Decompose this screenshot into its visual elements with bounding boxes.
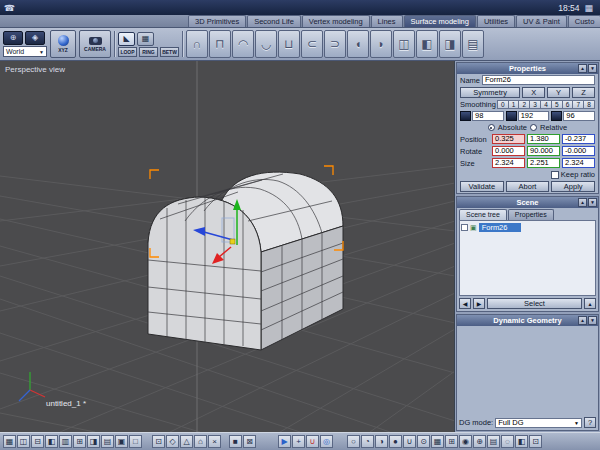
viewport-tool-button[interactable]: ⊙: [417, 435, 430, 448]
apply-button[interactable]: Apply: [551, 181, 595, 192]
expand-icon[interactable]: ▾: [588, 64, 597, 73]
viewport-tool-button[interactable]: ●: [389, 435, 402, 448]
x-value-field[interactable]: 0.325: [492, 134, 525, 144]
y-value-field[interactable]: 2.251: [527, 158, 560, 168]
layout-grid-icon[interactable]: ▦: [584, 3, 593, 13]
viewport-tool-button[interactable]: ▤: [487, 435, 500, 448]
dynamic-geometry-panel-title[interactable]: Dynamic Geometry ▴ ▾: [457, 315, 598, 326]
help-button[interactable]: ?: [584, 417, 596, 428]
snap-tool-button[interactable]: ◎: [320, 435, 333, 448]
viewport-layout-button[interactable]: ◨: [87, 435, 100, 448]
scene-panel-title[interactable]: Scene ▴ ▾: [457, 197, 598, 208]
selection-mode-button[interactable]: ▦: [137, 32, 154, 46]
collapse-icon[interactable]: ▴: [578, 64, 587, 73]
xyz-manipulator-button[interactable]: XYZ: [50, 30, 76, 58]
tab[interactable]: Lines: [371, 15, 403, 27]
expand-icon[interactable]: ▾: [588, 316, 597, 325]
tab[interactable]: Utilities: [477, 15, 515, 27]
symmetry-button[interactable]: Symmetry: [460, 87, 520, 98]
viewport-layout-button[interactable]: □: [129, 435, 142, 448]
display-option-button[interactable]: ⊡: [152, 435, 165, 448]
viewport-layout-button[interactable]: ⊟: [31, 435, 44, 448]
surface-tool-button[interactable]: ▤: [462, 30, 484, 58]
center-handle[interactable]: [230, 239, 235, 244]
viewport-tool-button[interactable]: ⊡: [529, 435, 542, 448]
tab[interactable]: Vertex modeling: [302, 15, 370, 27]
viewport-tool-button[interactable]: ◉: [459, 435, 472, 448]
axis-button[interactable]: Z: [572, 87, 595, 98]
display-option-button[interactable]: ×: [208, 435, 221, 448]
viewport-tool-button[interactable]: ⊞: [445, 435, 458, 448]
extra-button[interactable]: ■: [229, 435, 242, 448]
surface-tool-button[interactable]: ⊓: [209, 30, 231, 58]
viewport-tool-button[interactable]: ◧: [515, 435, 528, 448]
viewport-tool-button[interactable]: ○: [347, 435, 360, 448]
prev-item-button[interactable]: ◀: [459, 298, 471, 309]
keep-ratio-checkbox[interactable]: [551, 171, 559, 179]
surface-tool-button[interactable]: ◨: [439, 30, 461, 58]
snap-tool-button[interactable]: +: [292, 435, 305, 448]
surface-tool-button[interactable]: ◠: [232, 30, 254, 58]
tab[interactable]: Second Life: [247, 15, 301, 27]
surface-tool-button[interactable]: ◗: [370, 30, 392, 58]
viewport-layout-button[interactable]: ◫: [17, 435, 30, 448]
display-option-button[interactable]: ◇: [166, 435, 179, 448]
viewport-layout-button[interactable]: ▤: [101, 435, 114, 448]
viewport-tool-button[interactable]: ◌: [501, 435, 514, 448]
tab[interactable]: 3D Primitives: [188, 15, 246, 27]
display-option-button[interactable]: ⌂: [194, 435, 207, 448]
surface-tool-button[interactable]: ⊃: [324, 30, 346, 58]
scene-tree-item[interactable]: ▣ Form26: [461, 222, 594, 233]
next-item-button[interactable]: ▶: [473, 298, 485, 309]
selection-mode-button[interactable]: ◣: [118, 32, 135, 46]
viewport-layout-button[interactable]: ▥: [59, 435, 72, 448]
viewport-layout-button[interactable]: ▣: [115, 435, 128, 448]
abort-button[interactable]: Abort: [506, 181, 550, 192]
tab[interactable]: UV & Paint: [516, 15, 567, 27]
x-value-field[interactable]: 2.324: [492, 158, 525, 168]
edge-selection-button[interactable]: BETW: [160, 47, 179, 57]
scene-tab[interactable]: Scene tree: [459, 209, 507, 220]
tool-button[interactable]: ⊕: [3, 31, 23, 45]
viewport-tool-button[interactable]: ◔: [361, 435, 374, 448]
viewport-tool-button[interactable]: ∪: [403, 435, 416, 448]
properties-panel-title[interactable]: Properties ▴ ▾: [457, 63, 598, 74]
validate-button[interactable]: Validate: [460, 181, 504, 192]
y-value-field[interactable]: 90.000: [527, 146, 560, 156]
surface-tool-button[interactable]: ⊂: [301, 30, 323, 58]
collapse-icon[interactable]: ▴: [578, 316, 587, 325]
x-value-field[interactable]: 0.000: [492, 146, 525, 156]
edge-selection-button[interactable]: RING: [139, 47, 158, 57]
viewport-layout-button[interactable]: ⊞: [73, 435, 86, 448]
edge-selection-button[interactable]: LOOP: [118, 47, 137, 57]
viewport-tool-button[interactable]: ▦: [431, 435, 444, 448]
snap-tool-button[interactable]: ∪: [306, 435, 319, 448]
snap-tool-button[interactable]: ▶: [278, 435, 291, 448]
z-value-field[interactable]: -0.237: [562, 134, 595, 144]
viewport-tool-button[interactable]: ◑: [375, 435, 388, 448]
viewport-layout-button[interactable]: ▦: [3, 435, 16, 448]
relative-radio[interactable]: [530, 124, 537, 131]
scene-tree[interactable]: ▣ Form26: [459, 220, 596, 296]
display-option-button[interactable]: △: [180, 435, 193, 448]
tool-button[interactable]: ◈: [25, 31, 45, 45]
expander-icon[interactable]: [461, 224, 468, 231]
perspective-viewport[interactable]: Perspective view untitled_1 *: [0, 61, 455, 432]
z-value-field[interactable]: -0.000: [562, 146, 595, 156]
surface-tool-button[interactable]: ◡: [255, 30, 277, 58]
viewport-tool-button[interactable]: ⊕: [473, 435, 486, 448]
expand-icon[interactable]: ▾: [588, 198, 597, 207]
y-value-field[interactable]: 1.380: [527, 134, 560, 144]
camera-button[interactable]: CAMERA: [79, 30, 111, 58]
world-dropdown[interactable]: World ▼: [3, 46, 47, 57]
extra-button[interactable]: ⊠: [243, 435, 256, 448]
surface-tool-button[interactable]: ∩: [186, 30, 208, 58]
viewport-canvas[interactable]: [0, 61, 455, 432]
absolute-radio[interactable]: [488, 124, 495, 131]
smoothing-level-button[interactable]: 8: [583, 100, 595, 109]
dg-mode-dropdown[interactable]: Full DG ▼: [495, 418, 582, 428]
collapse-icon[interactable]: ▴: [578, 198, 587, 207]
tab[interactable]: Surface modeling: [404, 15, 476, 27]
name-input[interactable]: Form26: [482, 75, 595, 85]
mesh-form26[interactable]: [148, 172, 343, 350]
